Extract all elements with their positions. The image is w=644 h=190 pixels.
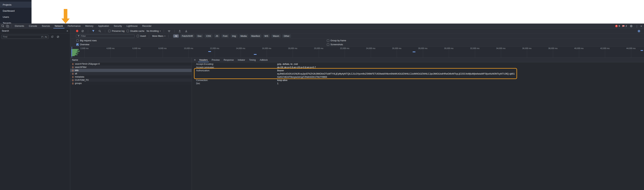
checkbox-icon — [327, 43, 329, 46]
request-row[interactable]: {} all — [70, 72, 192, 75]
request-type-chip[interactable]: Img — [230, 34, 238, 38]
chevron-down-icon: ▾ — [164, 35, 165, 37]
devtools-tab[interactable]: Memory — [83, 24, 96, 28]
close-devtools-icon[interactable]: × — [640, 25, 642, 28]
request-type-chip[interactable]: CSS — [204, 34, 212, 38]
devtools-tab[interactable]: Performance — [65, 24, 83, 28]
more-filters-label: More filters — [152, 35, 163, 37]
sidebar-item[interactable]: Tenants — [0, 20, 32, 23]
refresh-search-icon[interactable] — [50, 35, 54, 39]
close-search-icon[interactable]: × — [66, 29, 68, 32]
request-type-chip[interactable]: Wasm — [271, 34, 281, 38]
detail-tab[interactable]: Initiator — [236, 58, 247, 62]
import-har-icon[interactable] — [178, 29, 182, 33]
disable-cache-checkbox[interactable]: Disable cache — [126, 30, 144, 32]
regex-toggle-icon[interactable]: (*) — [41, 36, 44, 38]
close-detail-icon[interactable]: × — [192, 58, 197, 62]
request-type-chip[interactable]: Font — [221, 34, 229, 38]
device-toolbar-icon[interactable] — [6, 24, 10, 28]
devtools-tab-label: Console — [29, 25, 37, 27]
devtools-tabbar: Elements Console Sources Network Perform… — [0, 24, 644, 29]
disable-cache-label: Disable cache — [130, 30, 144, 32]
detail-tab[interactable]: Preview — [210, 58, 222, 62]
devtools-tab[interactable]: Elements — [12, 24, 26, 28]
devtools-tab[interactable]: Security — [112, 24, 124, 28]
throttling-dropdown[interactable]: No throttling ▾ — [146, 30, 161, 32]
request-row[interactable]: {} groups — [70, 82, 192, 85]
request-type-chip[interactable]: All — [173, 34, 179, 38]
network-toolbar: Preserve log Disable cache No throttling… — [70, 29, 644, 34]
group-by-frame-label: Group by frame — [330, 39, 346, 42]
filter-toggle-icon[interactable] — [91, 29, 96, 33]
network-settings-gear-icon[interactable] — [637, 29, 641, 33]
match-case-toggle-icon[interactable]: Aa — [45, 36, 47, 38]
overview-checkbox[interactable]: Overview — [76, 43, 89, 46]
export-har-icon[interactable] — [184, 29, 188, 33]
devtools-tab-label: Sources — [42, 25, 50, 27]
sidebar-item-label: Dashboard — [3, 9, 14, 12]
request-name: search?limit=25&page=0 — [75, 62, 100, 66]
issues-badge[interactable]: 2 — [622, 25, 627, 27]
preserve-log-checkbox[interactable]: Preserve log — [108, 30, 124, 32]
request-type-chip[interactable]: WS — [263, 34, 270, 38]
request-type-chip[interactable]: Media — [239, 34, 248, 38]
detail-tab[interactable]: Adblock — [258, 58, 270, 62]
sidebar-item[interactable]: Dashboard — [0, 8, 32, 14]
requests-table-header[interactable]: Name — [70, 58, 192, 62]
fetch-braces-icon: {} — [72, 66, 74, 69]
more-filters-dropdown[interactable]: More filters ▾ — [152, 35, 165, 37]
invert-checkbox[interactable]: Invert — [137, 35, 146, 37]
overview-late-request-marks — [70, 47, 644, 57]
filter-input[interactable] — [81, 35, 133, 37]
detail-tab-label: Preview — [212, 59, 220, 61]
request-row[interactable]: {} search?limit=25&page=0 — [70, 62, 192, 66]
request-row[interactable]: {} CUSTOM_FX — [70, 79, 192, 82]
devtools-tab[interactable]: Console — [26, 24, 40, 28]
throttling-value: No throttling — [146, 30, 159, 32]
checkbox-icon — [108, 30, 110, 32]
inspect-element-icon[interactable] — [1, 24, 5, 28]
checkbox-icon — [327, 39, 329, 42]
request-type-chip[interactable]: Manifest — [250, 34, 262, 38]
clear-network-log-icon[interactable] — [80, 29, 85, 33]
network-overview-strip[interactable]: 2,000 ms 4,000 ms 6,000 ms 8,000 ms — [70, 47, 644, 58]
devtools-tab[interactable]: Lighthouse — [124, 24, 140, 28]
requests-table: Name {} search?limit=25&page=0 {} — [70, 58, 192, 190]
background-page: Projects Dashboard Users Tenants — [0, 0, 644, 23]
request-type-chip[interactable]: JS — [214, 34, 220, 38]
request-name: metadata — [75, 75, 84, 79]
network-conditions-icon[interactable] — [167, 29, 171, 33]
devtools-tab[interactable]: Application — [96, 24, 111, 28]
detail-tab[interactable]: Headers — [197, 58, 210, 62]
devtools-tab[interactable]: Recorder — [140, 24, 154, 28]
detail-tab-label: Headers — [199, 59, 208, 61]
group-by-frame-checkbox[interactable]: Group by frame — [327, 39, 346, 42]
sidebar-item[interactable]: Users — [0, 14, 32, 20]
detail-tab[interactable]: Timing — [247, 58, 258, 62]
devtools-right-controls: × 9 2 — [615, 24, 644, 28]
screenshots-checkbox[interactable]: Screenshots — [327, 43, 343, 46]
request-row[interactable]: {} info — [70, 69, 192, 72]
settings-gear-icon[interactable] — [629, 24, 633, 28]
clear-search-icon[interactable] — [56, 35, 60, 39]
detail-tab-label: Timing — [249, 59, 256, 61]
overview-label: Overview — [80, 43, 89, 46]
devtools-tab[interactable]: Sources — [40, 24, 52, 28]
request-type-chip[interactable]: Fetch/XHR — [180, 34, 194, 38]
request-row[interactable]: {} metadata — [70, 75, 192, 79]
search-network-icon[interactable] — [98, 29, 102, 33]
detail-tab-label: Response — [224, 59, 234, 61]
request-type-chip[interactable]: Other — [282, 34, 291, 38]
console-errors-badge[interactable]: × 9 — [615, 25, 620, 27]
find-input[interactable] — [3, 36, 40, 38]
detail-tab-label: Initiator — [238, 59, 245, 61]
devtools-tab[interactable]: Network — [52, 24, 65, 28]
record-network-log-icon[interactable] — [76, 30, 78, 32]
sidebar-item[interactable]: Projects — [0, 1, 32, 8]
big-request-rows-checkbox[interactable]: Big request rows — [76, 39, 97, 42]
request-type-chip[interactable]: Doc — [196, 34, 203, 38]
more-options-icon[interactable]: ⋮ — [636, 25, 638, 27]
request-name: searchFilter — [75, 66, 86, 69]
detail-tab[interactable]: Response — [222, 58, 236, 62]
request-row[interactable]: {} searchFilter — [70, 66, 192, 69]
